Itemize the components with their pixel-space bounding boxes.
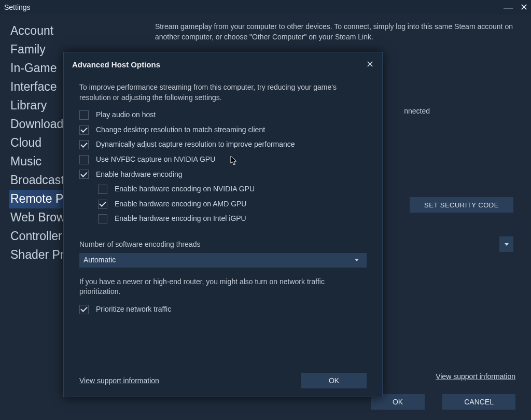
- check-prioritize-network[interactable]: Prioritize network traffic: [79, 304, 367, 315]
- close-icon[interactable]: ✕: [520, 3, 528, 12]
- dialog-body: To improve performance streaming from th…: [64, 72, 382, 323]
- checkbox[interactable]: [79, 305, 89, 314]
- cancel-button[interactable]: CANCEL: [442, 394, 515, 410]
- checkbox[interactable]: [79, 170, 89, 179]
- dialog-header: Advanced Host Options ✕: [64, 52, 382, 72]
- check-hw-amd[interactable]: Enable hardware encoding on AMD GPU: [79, 199, 367, 209]
- host-options-dropdown[interactable]: [394, 236, 513, 252]
- set-security-code-button[interactable]: SET SECURITY CODE: [410, 197, 513, 213]
- check-change-resolution[interactable]: Change desktop resolution to match strea…: [79, 125, 367, 135]
- threads-label: Number of software encoding threads: [79, 240, 367, 250]
- titlebar: Settings — ✕: [0, 0, 531, 15]
- check-label: Change desktop resolution to match strea…: [96, 125, 265, 135]
- check-label: Prioritize network traffic: [96, 304, 171, 315]
- check-dynamic-resolution[interactable]: Dynamically adjust capture resolution to…: [79, 139, 367, 150]
- view-support-link[interactable]: View support information: [79, 376, 159, 385]
- threads-select[interactable]: Automatic: [79, 253, 367, 268]
- check-label: Enable hardware encoding on Intel iGPU: [115, 214, 246, 224]
- remote-play-description: Stream gameplay from your computer to ot…: [155, 22, 521, 42]
- dialog-title: Advanced Host Options: [72, 60, 160, 69]
- check-label: Use NVFBC capture on NVIDIA GPU: [96, 155, 215, 165]
- dropdown-button[interactable]: [499, 236, 513, 252]
- dialog-footer: View support information OK: [79, 373, 367, 388]
- check-label: Dynamically adjust capture resolution to…: [96, 139, 295, 150]
- sidebar-item-account[interactable]: Account: [9, 22, 143, 40]
- check-label: Enable hardware encoding on AMD GPU: [115, 199, 246, 209]
- threads-value: Automatic: [83, 255, 116, 265]
- check-play-audio[interactable]: Play audio on host: [79, 110, 367, 120]
- check-label: Play audio on host: [96, 110, 156, 120]
- checkbox[interactable]: [98, 214, 107, 223]
- checkbox[interactable]: [79, 110, 89, 120]
- advanced-host-options-dialog: Advanced Host Options ✕ To improve perfo…: [63, 52, 383, 397]
- close-icon[interactable]: ✕: [366, 59, 374, 70]
- checkbox[interactable]: [79, 125, 89, 135]
- ok-button[interactable]: OK: [301, 373, 367, 388]
- chevron-down-icon: [351, 255, 362, 266]
- minimize-icon[interactable]: —: [504, 3, 513, 12]
- connected-label: nnected: [404, 107, 430, 115]
- router-note: If you have a newer or high-end router, …: [79, 277, 367, 297]
- check-nvfbc[interactable]: Use NVFBC capture on NVIDIA GPU: [79, 155, 367, 165]
- bottom-buttons: OK CANCEL: [371, 394, 515, 410]
- titlebar-controls: — ✕: [504, 3, 528, 12]
- checkbox[interactable]: [98, 200, 107, 209]
- check-hw-encoding[interactable]: Enable hardware encoding: [79, 170, 367, 180]
- view-support-link[interactable]: View support information: [436, 372, 515, 381]
- checkbox[interactable]: [79, 155, 89, 164]
- window-title: Settings: [4, 3, 31, 11]
- check-hw-nvidia[interactable]: Enable hardware encoding on NVIDIA GPU: [79, 184, 367, 194]
- check-hw-intel[interactable]: Enable hardware encoding on Intel iGPU: [79, 214, 367, 224]
- check-label: Enable hardware encoding: [96, 170, 183, 180]
- dialog-intro: To improve performance streaming from th…: [79, 82, 367, 103]
- checkbox[interactable]: [98, 185, 107, 194]
- chevron-down-icon: [505, 243, 509, 246]
- check-label: Enable hardware encoding on NVIDIA GPU: [115, 184, 255, 194]
- checkbox[interactable]: [79, 140, 89, 149]
